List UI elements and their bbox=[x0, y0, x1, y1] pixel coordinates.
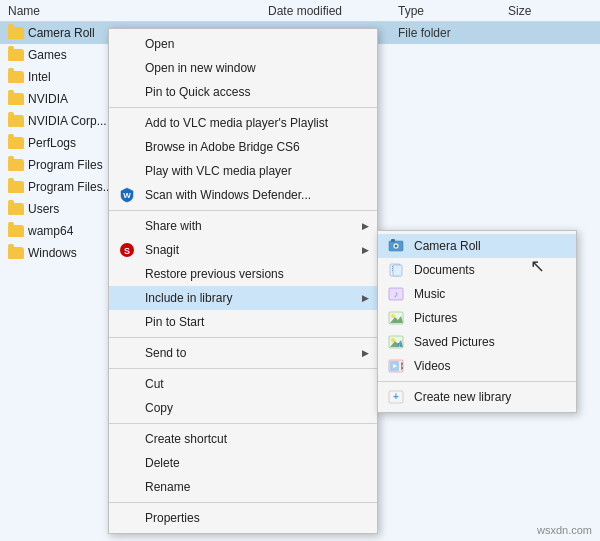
svg-text:+: + bbox=[393, 391, 399, 402]
col-type[interactable]: Type bbox=[398, 4, 508, 18]
submenu-label: Videos bbox=[414, 359, 450, 373]
submenu-separator bbox=[378, 381, 576, 382]
new-library-icon: + bbox=[386, 387, 406, 407]
menu-item-open[interactable]: Open bbox=[109, 32, 377, 56]
menu-item-restore-versions[interactable]: Restore previous versions bbox=[109, 262, 377, 286]
menu-separator bbox=[109, 107, 377, 108]
folder-icon bbox=[8, 245, 24, 261]
menu-item-pin-quick-access[interactable]: Pin to Quick access bbox=[109, 80, 377, 104]
submenu-include-library: Camera Roll Documents ♪ Musi bbox=[377, 230, 577, 413]
menu-item-vlc-play[interactable]: Play with VLC media player bbox=[109, 159, 377, 183]
col-name[interactable]: Name bbox=[8, 4, 268, 18]
submenu-label: Documents bbox=[414, 263, 475, 277]
menu-item-cut[interactable]: Cut bbox=[109, 372, 377, 396]
folder-icon bbox=[8, 47, 24, 63]
col-size[interactable]: Size bbox=[508, 4, 588, 18]
menu-item-share-with[interactable]: Share with bbox=[109, 214, 377, 238]
music-icon: ♪ bbox=[386, 284, 406, 304]
menu-separator bbox=[109, 368, 377, 369]
menu-item-delete[interactable]: Delete bbox=[109, 451, 377, 475]
folder-icon bbox=[8, 113, 24, 129]
submenu-item-music[interactable]: ♪ Music bbox=[378, 282, 576, 306]
svg-rect-11 bbox=[393, 265, 402, 276]
videos-icon bbox=[386, 356, 406, 376]
submenu-label: Create new library bbox=[414, 390, 511, 404]
submenu-label: Pictures bbox=[414, 311, 457, 325]
menu-item-properties[interactable]: Properties bbox=[109, 506, 377, 530]
submenu-label: Camera Roll bbox=[414, 239, 481, 253]
svg-point-18 bbox=[391, 338, 395, 342]
menu-item-snagit[interactable]: S Snagit bbox=[109, 238, 377, 262]
menu-item-defender[interactable]: W Scan with Windows Defender... bbox=[109, 183, 377, 207]
defender-icon: W bbox=[117, 185, 137, 205]
explorer-window: Name Date modified Type Size Camera Roll… bbox=[0, 0, 600, 541]
folder-icon bbox=[8, 179, 24, 195]
menu-item-open-new-window[interactable]: Open in new window bbox=[109, 56, 377, 80]
folder-icon bbox=[8, 135, 24, 151]
folder-icon bbox=[8, 201, 24, 217]
watermark: wsxdn.com bbox=[537, 524, 592, 536]
saved-pictures-icon: ↓ bbox=[386, 332, 406, 352]
documents-icon bbox=[386, 260, 406, 280]
submenu-item-create-new-library[interactable]: + Create new library bbox=[378, 385, 576, 409]
submenu-label: Saved Pictures bbox=[414, 335, 495, 349]
svg-text:↓: ↓ bbox=[398, 342, 401, 348]
submenu-label: Music bbox=[414, 287, 445, 301]
snagit-icon: S bbox=[117, 240, 137, 260]
svg-text:W: W bbox=[123, 191, 131, 200]
folder-icon bbox=[8, 25, 24, 41]
folder-icon bbox=[8, 91, 24, 107]
menu-item-create-shortcut[interactable]: Create shortcut bbox=[109, 427, 377, 451]
menu-item-rename[interactable]: Rename bbox=[109, 475, 377, 499]
camera-roll-icon bbox=[386, 236, 406, 256]
menu-separator bbox=[109, 423, 377, 424]
svg-point-6 bbox=[395, 245, 398, 248]
folder-icon bbox=[8, 69, 24, 85]
col-date[interactable]: Date modified bbox=[268, 4, 398, 18]
pictures-icon bbox=[386, 308, 406, 328]
submenu-item-saved-pictures[interactable]: ↓ Saved Pictures bbox=[378, 330, 576, 354]
menu-separator bbox=[109, 337, 377, 338]
menu-separator bbox=[109, 210, 377, 211]
svg-point-15 bbox=[391, 314, 395, 318]
folder-icon bbox=[8, 223, 24, 239]
svg-rect-4 bbox=[391, 239, 395, 242]
file-type: File folder bbox=[398, 26, 508, 40]
svg-text:S: S bbox=[124, 246, 130, 256]
context-menu: Open Open in new window Pin to Quick acc… bbox=[108, 28, 378, 534]
menu-item-vlc-playlist[interactable]: Add to VLC media player's Playlist bbox=[109, 111, 377, 135]
submenu-item-pictures[interactable]: Pictures bbox=[378, 306, 576, 330]
menu-item-copy[interactable]: Copy bbox=[109, 396, 377, 420]
column-headers: Name Date modified Type Size bbox=[0, 0, 600, 22]
folder-icon bbox=[8, 157, 24, 173]
svg-text:♪: ♪ bbox=[394, 289, 399, 299]
menu-item-pin-start[interactable]: Pin to Start bbox=[109, 310, 377, 334]
menu-item-send-to[interactable]: Send to bbox=[109, 341, 377, 365]
menu-item-bridge[interactable]: Browse in Adobe Bridge CS6 bbox=[109, 135, 377, 159]
menu-separator bbox=[109, 502, 377, 503]
submenu-item-videos[interactable]: Videos bbox=[378, 354, 576, 378]
submenu-item-documents[interactable]: Documents bbox=[378, 258, 576, 282]
submenu-item-camera-roll[interactable]: Camera Roll bbox=[378, 234, 576, 258]
menu-item-include-library[interactable]: Include in library bbox=[109, 286, 377, 310]
